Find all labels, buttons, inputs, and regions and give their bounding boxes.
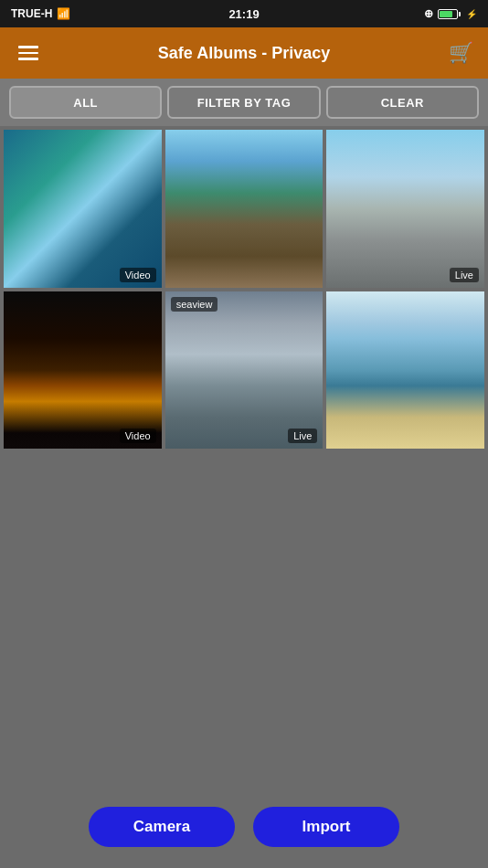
empty-area [0,452,488,799]
page-title: Safe Albums - Privacy [158,44,330,63]
photo-badge-1: Video [120,268,156,282]
bottom-bar: Camera Import [0,795,488,868]
cart-button[interactable]: 🛒 [449,41,473,65]
hamburger-line-3 [18,58,38,60]
status-time: 21:19 [228,7,259,21]
status-bar: TRUE-H 📶 21:19 ⊕ ⚡ [0,0,488,27]
carrier-label: TRUE-H [11,7,52,20]
camera-button[interactable]: Camera [89,807,235,847]
cart-icon: 🛒 [449,41,473,64]
status-left: TRUE-H 📶 [11,7,70,20]
app-header: Safe Albums - Privacy 🛒 [0,27,488,79]
photo-badge-4: Video [120,429,156,443]
photo-tag-5: seaview [171,297,218,312]
status-right: ⊕ ⚡ [424,7,477,20]
battery-icon [438,9,458,19]
all-filter-button[interactable]: ALL [9,86,162,119]
filter-bar: ALL FILTER BY TAG CLEAR [0,79,488,126]
charging-icon: ⚡ [466,9,477,19]
hamburger-line-1 [18,46,38,48]
photo-cell-4[interactable]: Video [4,291,162,450]
clear-button[interactable]: CLEAR [326,86,479,119]
photo-badge-5: Live [288,429,317,443]
import-button[interactable]: Import [253,807,399,847]
photo-badge-3: Live [450,268,479,282]
lock-icon: ⊕ [424,7,433,20]
photo-grid: VideoLiveVideoseaviewLive [0,126,488,452]
photo-cell-5[interactable]: seaviewLive [165,291,324,450]
filter-by-tag-button[interactable]: FILTER BY TAG [167,86,320,119]
menu-button[interactable] [15,42,42,64]
photo-cell-3[interactable]: Live [326,130,484,288]
hamburger-line-2 [18,52,38,55]
photo-cell-6[interactable] [326,291,484,450]
photo-cell-2[interactable] [165,130,324,288]
photo-cell-1[interactable]: Video [4,130,162,288]
wifi-icon: 📶 [57,7,70,20]
